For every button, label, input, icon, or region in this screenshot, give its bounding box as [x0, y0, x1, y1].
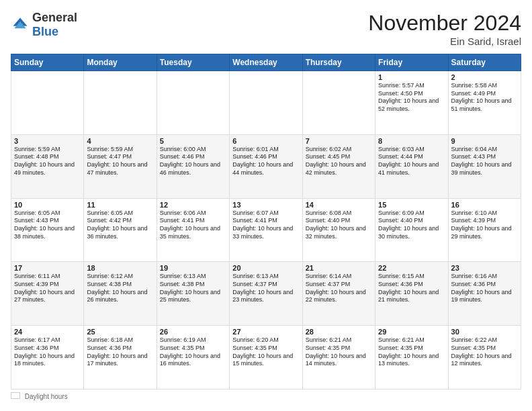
day-info-line: Sunset: 4:49 PM — [451, 90, 518, 98]
calendar-cell: 17Sunrise: 6:11 AMSunset: 4:39 PMDayligh… — [11, 262, 84, 326]
day-info-line: Sunset: 4:39 PM — [451, 217, 518, 225]
day-info-line: Sunset: 4:36 PM — [14, 345, 81, 353]
calendar-cell — [11, 71, 84, 135]
day-info-line: Sunset: 4:50 PM — [378, 90, 445, 98]
day-number: 3 — [14, 137, 81, 145]
day-info-line: Sunset: 4:46 PM — [232, 153, 299, 161]
day-info-line: Sunset: 4:40 PM — [306, 217, 372, 225]
day-number: 30 — [451, 328, 518, 336]
day-info-line: Daylight: 10 hours and 32 minutes. — [306, 225, 372, 240]
calendar-cell: 15Sunrise: 6:09 AMSunset: 4:40 PMDayligh… — [375, 198, 448, 262]
day-info-line: Sunrise: 6:07 AM — [232, 210, 299, 218]
day-info-line: Daylight: 10 hours and 21 minutes. — [378, 289, 445, 304]
calendar-cell: 8Sunrise: 6:03 AMSunset: 4:44 PMDaylight… — [375, 134, 448, 198]
day-number: 5 — [160, 137, 226, 145]
calendar-cell: 24Sunrise: 6:17 AMSunset: 4:36 PMDayligh… — [11, 326, 84, 390]
day-info-line: Daylight: 10 hours and 30 minutes. — [378, 225, 445, 240]
calendar-cell — [84, 71, 157, 135]
day-info-line: Sunset: 4:45 PM — [306, 153, 372, 161]
day-info-line: Sunrise: 6:06 AM — [160, 210, 226, 218]
calendar-cell: 25Sunrise: 6:18 AMSunset: 4:36 PMDayligh… — [84, 326, 157, 390]
day-info-line: Daylight: 10 hours and 49 minutes. — [14, 161, 81, 177]
day-info-line: Daylight: 10 hours and 18 minutes. — [14, 353, 81, 368]
calendar-cell: 11Sunrise: 6:05 AMSunset: 4:42 PMDayligh… — [84, 198, 157, 262]
day-info-line: Daylight: 10 hours and 26 minutes. — [87, 289, 153, 304]
calendar-cell: 29Sunrise: 6:21 AMSunset: 4:35 PMDayligh… — [375, 326, 448, 390]
day-info-line: Daylight: 10 hours and 16 minutes. — [160, 353, 226, 368]
day-number: 27 — [232, 328, 299, 336]
calendar-cell: 12Sunrise: 6:06 AMSunset: 4:41 PMDayligh… — [157, 198, 229, 262]
logo-general: General — [32, 11, 77, 24]
col-header-monday: Monday — [84, 54, 157, 71]
day-number: 22 — [378, 264, 445, 272]
day-info-line: Sunrise: 6:21 AM — [306, 336, 372, 345]
day-number: 2 — [451, 73, 518, 81]
day-info-line: Sunrise: 6:11 AM — [14, 273, 81, 281]
location: Ein Sarid, Israel — [368, 36, 521, 47]
day-info-line: Sunset: 4:41 PM — [232, 217, 299, 225]
day-info-line: Daylight: 10 hours and 25 minutes. — [160, 289, 226, 304]
day-number: 4 — [87, 137, 153, 145]
day-info-line: Sunset: 4:43 PM — [14, 217, 81, 225]
day-info-line: Daylight: 10 hours and 47 minutes. — [87, 161, 153, 177]
day-number: 29 — [378, 328, 445, 336]
day-info-line: Sunrise: 6:20 AM — [232, 336, 299, 345]
day-info-line: Sunrise: 6:12 AM — [87, 273, 153, 281]
day-info-line: Daylight: 10 hours and 19 minutes. — [451, 289, 518, 304]
day-info-line: Daylight: 10 hours and 36 minutes. — [87, 225, 153, 240]
calendar-cell: 5Sunrise: 6:00 AMSunset: 4:46 PMDaylight… — [157, 134, 229, 198]
day-info-line: Sunrise: 5:59 AM — [87, 146, 153, 154]
day-info-line: Sunset: 4:46 PM — [160, 153, 226, 161]
day-info-line: Sunrise: 6:19 AM — [160, 336, 226, 345]
day-number: 16 — [451, 201, 518, 209]
day-info-line: Sunrise: 6:00 AM — [160, 146, 226, 154]
day-number: 8 — [378, 137, 445, 145]
day-info-line: Sunset: 4:48 PM — [14, 153, 81, 161]
day-info-line: Sunrise: 6:05 AM — [14, 210, 81, 218]
day-info-line: Daylight: 10 hours and 35 minutes. — [160, 225, 226, 240]
day-number: 18 — [87, 264, 153, 272]
col-header-thursday: Thursday — [302, 54, 375, 71]
calendar-cell: 16Sunrise: 6:10 AMSunset: 4:39 PMDayligh… — [448, 198, 521, 262]
day-info-line: Sunset: 4:43 PM — [451, 153, 518, 161]
calendar-table: SundayMondayTuesdayWednesdayThursdayFrid… — [11, 54, 521, 390]
day-info-line: Sunrise: 6:01 AM — [232, 146, 299, 154]
calendar-cell: 7Sunrise: 6:02 AMSunset: 4:45 PMDaylight… — [302, 134, 375, 198]
day-info-line: Sunrise: 6:08 AM — [306, 210, 372, 218]
legend: Daylight hours — [11, 392, 521, 400]
calendar-cell: 21Sunrise: 6:14 AMSunset: 4:37 PMDayligh… — [302, 262, 375, 326]
calendar-cell: 10Sunrise: 6:05 AMSunset: 4:43 PMDayligh… — [11, 198, 84, 262]
day-number: 21 — [306, 264, 372, 272]
day-info-line: Daylight: 10 hours and 23 minutes. — [232, 289, 299, 304]
day-info-line: Daylight: 10 hours and 51 minutes. — [451, 97, 518, 113]
day-info-line: Sunset: 4:36 PM — [451, 281, 518, 289]
calendar-cell: 28Sunrise: 6:21 AMSunset: 4:35 PMDayligh… — [302, 326, 375, 390]
day-info-line: Daylight: 10 hours and 52 minutes. — [378, 97, 445, 113]
calendar-cell: 1Sunrise: 5:57 AMSunset: 4:50 PMDaylight… — [375, 71, 448, 135]
col-header-tuesday: Tuesday — [157, 54, 229, 71]
calendar-cell — [157, 71, 229, 135]
day-info-line: Sunrise: 6:17 AM — [14, 336, 81, 345]
day-info-line: Sunset: 4:35 PM — [451, 345, 518, 353]
day-number: 10 — [14, 201, 81, 209]
day-number: 20 — [232, 264, 299, 272]
calendar-cell — [302, 71, 375, 135]
calendar-cell: 30Sunrise: 6:22 AMSunset: 4:35 PMDayligh… — [448, 326, 521, 390]
day-info-line: Daylight: 10 hours and 41 minutes. — [378, 161, 445, 177]
day-info-line: Daylight: 10 hours and 13 minutes. — [378, 353, 445, 368]
calendar-cell: 23Sunrise: 6:16 AMSunset: 4:36 PMDayligh… — [448, 262, 521, 326]
day-info-line: Daylight: 10 hours and 38 minutes. — [14, 225, 81, 240]
day-info-line: Sunset: 4:35 PM — [306, 345, 372, 353]
day-info-line: Sunrise: 5:59 AM — [14, 146, 81, 154]
day-info-line: Sunrise: 5:58 AM — [451, 82, 518, 90]
day-number: 1 — [378, 73, 445, 81]
calendar-cell: 20Sunrise: 6:13 AMSunset: 4:37 PMDayligh… — [230, 262, 302, 326]
day-info-line: Sunrise: 6:13 AM — [232, 273, 299, 281]
day-number: 14 — [306, 201, 372, 209]
day-info-line: Sunset: 4:38 PM — [160, 281, 226, 289]
day-number: 9 — [451, 137, 518, 145]
day-number: 17 — [14, 264, 81, 272]
day-number: 11 — [87, 201, 153, 209]
day-number: 12 — [160, 201, 226, 209]
header: General Blue November 2024 Ein Sarid, Is… — [11, 11, 521, 47]
